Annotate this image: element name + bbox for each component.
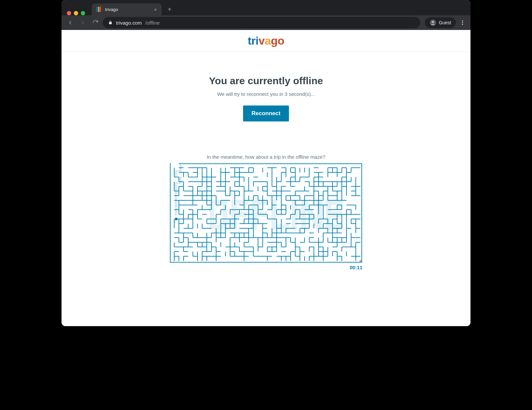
maze-timer: 00:11 xyxy=(350,265,362,270)
trivago-logo[interactable]: trivago xyxy=(248,34,284,47)
svg-point-2 xyxy=(462,20,463,21)
browser-tab[interactable]: trivago × xyxy=(92,3,162,15)
offline-panel: You are currently offline We will try to… xyxy=(62,52,470,263)
reload-button[interactable] xyxy=(90,17,101,28)
maze-hint: In the meantime, how about a trip in the… xyxy=(207,154,326,160)
profile-label: Guest xyxy=(439,20,451,25)
browser-menu-button[interactable] xyxy=(458,18,467,27)
offline-subline: We will try to reconnect you in 3 second… xyxy=(217,91,315,97)
lock-icon xyxy=(108,20,113,25)
forward-button[interactable] xyxy=(77,17,88,28)
page-content: trivago You are currently offline We wil… xyxy=(62,30,470,326)
browser-window: trivago × + trivago.com/offline Guest xyxy=(62,0,470,326)
browser-chrome: trivago × + trivago.com/offline Guest xyxy=(62,0,470,30)
svg-point-4 xyxy=(462,24,463,25)
reconnect-button[interactable]: Reconnect xyxy=(243,105,289,121)
tab-strip: trivago × + xyxy=(62,0,470,15)
window-close-icon[interactable] xyxy=(67,11,71,15)
maze-exit-icon xyxy=(359,260,361,262)
maze-container: 00:11 xyxy=(170,163,362,263)
favicon-icon xyxy=(96,7,102,12)
brand-header: trivago xyxy=(62,30,470,52)
svg-point-3 xyxy=(462,22,463,23)
svg-point-1 xyxy=(432,21,434,23)
window-controls xyxy=(67,11,85,15)
back-button[interactable] xyxy=(65,17,75,28)
window-zoom-icon[interactable] xyxy=(81,11,85,15)
tab-close-icon[interactable]: × xyxy=(154,7,157,12)
window-minimize-icon[interactable] xyxy=(74,11,78,15)
maze-player-dot xyxy=(175,218,178,220)
url-host: trivago.com xyxy=(116,20,142,26)
offline-headline: You are currently offline xyxy=(209,75,323,87)
avatar-icon xyxy=(430,19,436,26)
browser-toolbar: trivago.com/offline Guest xyxy=(62,15,470,30)
address-bar[interactable]: trivago.com/offline xyxy=(103,17,420,28)
tab-title: trivago xyxy=(105,7,151,12)
profile-button[interactable]: Guest xyxy=(425,17,456,28)
url-path: /offline xyxy=(145,20,160,26)
new-tab-button[interactable]: + xyxy=(165,5,174,14)
offline-maze[interactable] xyxy=(170,163,362,263)
